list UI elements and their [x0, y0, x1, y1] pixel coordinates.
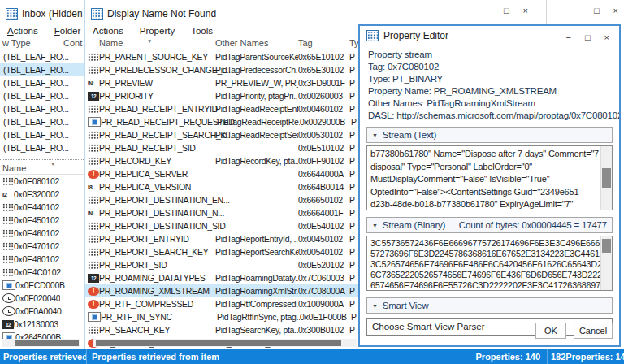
- stream-binary-line: 6C73652220526574656E74696F6E436F6D6D656E…: [370, 270, 600, 280]
- status-segment-left: Properties retrieved: [0, 349, 87, 364]
- window-controls: − □ ×: [484, 6, 528, 15]
- stream-binary-scrollbar[interactable]: [600, 236, 612, 290]
- ok-button[interactable]: OK: [535, 323, 566, 339]
- left-bottom-pane: Name 0x0E0801020x0E3200020x0E4401020x0E4…: [0, 159, 84, 344]
- table-row[interactable]: 0x0E480102: [0, 253, 84, 266]
- menu-actions[interactable]: Actions: [93, 26, 124, 36]
- minimize-button[interactable]: −: [484, 6, 489, 15]
- table-row[interactable]: 0x0F020040: [0, 292, 84, 305]
- clock-icon: [2, 293, 15, 303]
- table-row[interactable]: (TBL_LEAF_RO...: [0, 63, 84, 76]
- ini-icon: [88, 208, 99, 218]
- stream-text-scrollbar[interactable]: [600, 146, 612, 210]
- middle-horizontal-scrollbar[interactable]: [93, 339, 358, 347]
- status-number: 182: [551, 352, 566, 362]
- column-header-tag[interactable]: Tag: [298, 38, 313, 48]
- table-row[interactable]: (TBL_LEAF_RO...: [0, 141, 84, 154]
- scrollbar-thumb[interactable]: [96, 340, 341, 346]
- menu-actions[interactable]: Actions: [7, 26, 38, 36]
- dialog-title: Property Editor: [384, 30, 448, 41]
- table-row[interactable]: 0x0E080102: [0, 175, 84, 188]
- info-line: Property stream: [368, 49, 619, 61]
- stream-text-box[interactable]: b77380b61780" Name="Dispose after 7 days…: [366, 145, 613, 210]
- window-controls: − □ ×: [574, 6, 618, 15]
- grid-icon: [88, 53, 99, 62]
- column-header-row-type[interactable]: w Type: [2, 38, 31, 48]
- table-row[interactable]: (TBL_LEAF_RO...: [0, 76, 84, 89]
- dropdown-value: Choose Smart View Parser: [372, 322, 484, 332]
- scrollbar-thumb[interactable]: [602, 168, 611, 187]
- menu-property[interactable]: Property: [140, 26, 175, 36]
- stream-binary-line: 57273696F6E3D2245786368616E67652E3134223…: [370, 249, 600, 259]
- grid-icon: [88, 261, 99, 270]
- table-row[interactable]: 0x0E320002: [0, 188, 84, 201]
- info-line: Property Name: PR_ROAMING_XMLSTREAM: [368, 85, 619, 98]
- status-segment-right: 182 Properties: 140: [548, 349, 624, 364]
- close-button[interactable]: ×: [613, 6, 618, 15]
- i2-icon: [2, 189, 14, 199]
- properties-count: Properties: 140: [476, 352, 547, 362]
- stream-binary-section-header[interactable]: Stream (Binary) Count of bytes: 0x000044…: [366, 217, 613, 233]
- menu-folder[interactable]: Folder: [54, 26, 81, 36]
- minimize-button[interactable]: −: [574, 6, 579, 15]
- stream-text-line: MustDisplayComment="False" IsVisible="Tr…: [370, 173, 600, 186]
- table-row[interactable]: 0x0ECD000B: [0, 279, 84, 292]
- table-row[interactable]: 0x0E460102: [0, 227, 84, 240]
- table-row[interactable]: 0x12130003: [0, 318, 84, 331]
- column-header-type[interactable]: Ty: [349, 38, 359, 48]
- table-row[interactable]: (TBL_LEAF_RO...: [0, 50, 84, 63]
- error-icon: [88, 287, 99, 296]
- table-row[interactable]: (TBL_LEAF_RO...: [0, 128, 84, 141]
- column-header-other-names[interactable]: Other Names: [215, 38, 268, 48]
- grid-icon: [2, 229, 14, 238]
- info-line: Type: PT_BINARY: [368, 73, 619, 85]
- minimize-button[interactable]: −: [566, 33, 570, 42]
- left-horizontal-scrollbar[interactable]: [2, 339, 80, 347]
- num12-icon: [88, 274, 99, 283]
- menu-tools[interactable]: Tools: [191, 26, 213, 36]
- column-header-name[interactable]: Name: [2, 163, 26, 173]
- info-line: Other Names: PidTagRoamingXmlStream: [368, 98, 619, 110]
- table-row[interactable]: 0x0E4C0102: [0, 266, 84, 279]
- clock-icon: [2, 306, 15, 316]
- scrollbar-thumb[interactable]: [602, 239, 611, 253]
- close-button[interactable]: ×: [523, 6, 528, 15]
- checkbox-icon: [2, 280, 15, 290]
- stream-text-line: disposal" Type="Personal" LabelOrder="0": [370, 161, 600, 174]
- stream-binary-box[interactable]: 3C55736572436F6E66696775726174696F6E3E3C…: [366, 236, 613, 291]
- scrollbar-thumb[interactable]: [15, 340, 79, 346]
- property-editor-dialog: Property Editor − □ × Property streamTag…: [358, 24, 621, 347]
- grid-icon: [88, 235, 99, 244]
- column-header-name[interactable]: Name: [99, 38, 123, 48]
- stream-text-content: b77380b61780" Name="Dispose after 7 days…: [370, 148, 600, 210]
- stream-text-line: d23b-48de-b018-b77380b61780" ExpiryAgeLi…: [370, 198, 600, 210]
- table-row[interactable]: 0x0E450102: [0, 214, 84, 227]
- stream-text-section-header[interactable]: Stream (Text): [366, 127, 613, 143]
- grid-icon: [2, 255, 14, 264]
- table-row[interactable]: 0x0E440102: [0, 201, 84, 214]
- dialog-titlebar: Property Editor − □ ×: [360, 26, 619, 46]
- smart-view-section-header[interactable]: Smart View: [366, 297, 613, 314]
- maximize-button[interactable]: □: [504, 6, 509, 15]
- table-row[interactable]: 0x0F0A0040: [0, 305, 84, 318]
- column-header-cont[interactable]: Cont: [63, 38, 82, 48]
- close-button[interactable]: ×: [604, 33, 609, 42]
- table-row[interactable]: 0x0E470102: [0, 240, 84, 253]
- table-row[interactable]: (TBL_LEAF_RO...: [0, 89, 84, 102]
- maximize-button[interactable]: □: [585, 33, 591, 42]
- grid-icon: [88, 66, 99, 75]
- inbox-titlebar: Inbox (Hidden Co: [0, 0, 84, 24]
- cancel-button[interactable]: Cancel: [574, 323, 613, 339]
- checkbox-icon: [88, 312, 101, 322]
- background-window: − □ ×: [546, 0, 624, 24]
- status-text: Properties retrieved: [3, 352, 87, 362]
- dialog-buttons: OK Cancel: [535, 323, 613, 339]
- collapse-icon: [372, 223, 378, 228]
- table-row[interactable]: (TBL_LEAF_RO...: [0, 115, 84, 128]
- maximize-button[interactable]: □: [594, 6, 600, 15]
- table-row[interactable]: (TBL_LEAF_RO...: [0, 102, 84, 115]
- stream-binary-line: 6574656E74696F6E55726C3D2222202F3E3C4172…: [370, 280, 600, 291]
- collapse-icon: [372, 132, 378, 138]
- property-list-window-title: Display Name Not Found: [107, 8, 216, 20]
- grid-icon: [88, 144, 99, 153]
